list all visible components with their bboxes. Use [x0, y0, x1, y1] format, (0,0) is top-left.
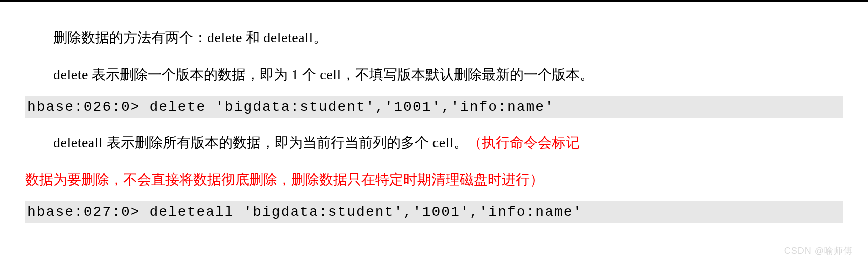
text-p2-f: ，不填写版本默认删除最新的一个版本。: [341, 67, 594, 82]
text-p3-b: 表示删除所有版本的数据，即为当前行当前列的多个: [107, 135, 432, 150]
text-intro-e: 。: [313, 30, 327, 46]
paragraph-delete-desc: delete 表示删除一个版本的数据，即为 1 个 cell，不填写版本默认删除…: [25, 59, 843, 91]
text-p2-a: delete: [53, 67, 92, 82]
text-p2-c: 1: [291, 67, 302, 82]
paragraph-deleteall-desc-line2: 数据为要删除，不会直接将数据彻底删除，删除数据只在特定时期清理磁盘时进行）: [25, 164, 843, 196]
text-p3-a: deleteall: [53, 135, 107, 150]
text-p3-c: cell: [432, 135, 454, 150]
text-intro-c: 和: [246, 30, 263, 46]
paragraph-deleteall-desc: deleteall 表示删除所有版本的数据，即为当前行当前列的多个 cell。（…: [25, 127, 843, 159]
text-intro-b: delete: [207, 30, 246, 46]
text-intro-d: deleteall: [263, 30, 313, 46]
text-p2-b: 表示删除一个版本的数据，即为: [92, 67, 291, 82]
text-p2-d: 个: [302, 67, 320, 82]
document-page: 删除数据的方法有两个：delete 和 deleteall。 delete 表示…: [0, 0, 868, 223]
code-deleteall: hbase:027:0> deleteall 'bigdata:student'…: [25, 202, 843, 223]
text-p3-red1: （执行命令会标记: [468, 135, 580, 150]
text-p3-red2: 数据为要删除，不会直接将数据彻底删除，删除数据只在特定时期清理磁盘时进行）: [25, 172, 544, 188]
text-p2-e: cell: [320, 67, 341, 82]
paragraph-intro: 删除数据的方法有两个：delete 和 deleteall。: [25, 22, 843, 54]
code-delete: hbase:026:0> delete 'bigdata:student','1…: [25, 96, 843, 118]
text-intro-a: 删除数据的方法有两个：: [53, 30, 207, 46]
text-p3-d: 。: [454, 135, 468, 150]
